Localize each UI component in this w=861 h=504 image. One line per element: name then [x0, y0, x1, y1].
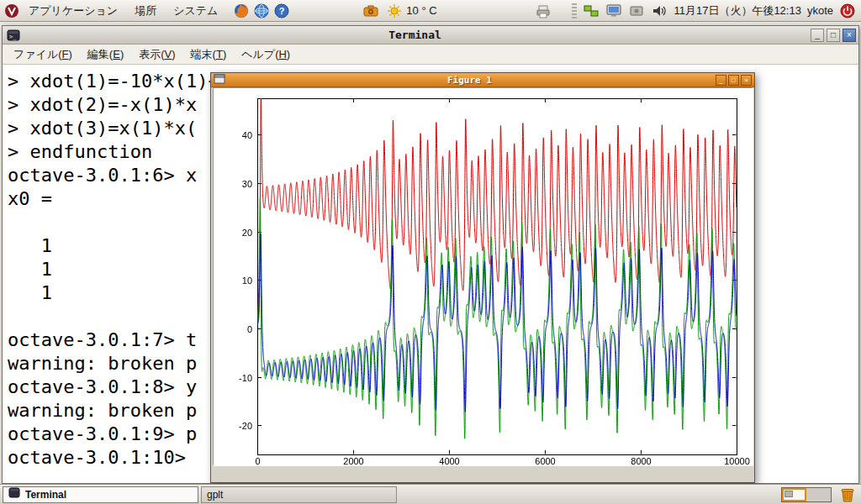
panel-right-applets: 11月17日（火）午後12:13 ykote	[572, 3, 858, 19]
trash-applet-icon[interactable]	[838, 486, 857, 502]
firefox-launcher-icon[interactable]	[233, 3, 250, 19]
svg-text:?: ?	[279, 6, 285, 16]
display-applet-icon[interactable]	[605, 3, 622, 19]
figure-window-title: Figure 1	[225, 75, 714, 86]
panel-grip[interactable]	[572, 3, 577, 18]
terminal-close-button[interactable]: ×	[843, 29, 856, 42]
help-launcher-icon[interactable]: ?	[273, 3, 290, 19]
figure-app-icon	[214, 72, 225, 87]
top-panel: アプリケーション 場所 システム ? 10 ° C 11月17日（火）午後12:…	[0, 0, 861, 22]
terminal-app-icon: >_	[5, 27, 22, 44]
weather-sun-icon[interactable]	[386, 3, 403, 19]
figure-close-button[interactable]: ×	[741, 75, 752, 86]
figure-statusbar: 10201.4, 23.1882	[213, 466, 753, 481]
workspace-1[interactable]	[782, 488, 806, 501]
taskbar-button-gplt[interactable]: gplt	[201, 486, 397, 503]
clock[interactable]: 11月17日（火）午後12:13	[673, 3, 801, 18]
terminal-menu-4[interactable]: ヘルプ(H)	[234, 47, 298, 62]
workspace-switcher	[781, 487, 832, 502]
web-globe-launcher-icon[interactable]	[253, 3, 270, 19]
terminal-maximize-button[interactable]: □	[827, 29, 840, 42]
terminal-task-icon	[8, 487, 20, 501]
svg-text:>_: >_	[9, 34, 17, 40]
distro-menu-icon[interactable]	[3, 3, 20, 19]
terminal-window-title: Terminal	[22, 29, 808, 41]
workspace-2[interactable]	[806, 488, 831, 501]
terminal-menu-3[interactable]: 端末(T)	[183, 47, 235, 62]
disk-applet-icon[interactable]	[628, 3, 645, 19]
volume-applet-icon[interactable]	[651, 3, 668, 19]
menu-places[interactable]: 場所	[126, 0, 165, 22]
menu-applications[interactable]: アプリケーション	[20, 0, 126, 22]
figure-window: Figure 1 _ □ × 10201.4, 23.1882	[210, 72, 755, 483]
terminal-menu-0[interactable]: ファイル(F)	[6, 47, 80, 62]
figure-titlebar[interactable]: Figure 1 _ □ ×	[211, 73, 754, 87]
terminal-menu-1[interactable]: 編集(E)	[80, 47, 131, 62]
figure-minimize-button[interactable]: _	[716, 75, 726, 86]
panel-menus: アプリケーション 場所 システム	[20, 0, 226, 21]
workspace-window-thumb	[784, 491, 793, 497]
screenshot-applet-icon[interactable]	[362, 3, 379, 19]
taskbar: Terminal gplt	[0, 484, 861, 504]
figure-plot-area	[213, 87, 753, 465]
weather-temperature[interactable]: 10 ° C	[406, 4, 436, 17]
network-applet-icon[interactable]	[583, 3, 600, 19]
figure-maximize-button[interactable]: □	[728, 75, 739, 86]
terminal-titlebar[interactable]: >_ Terminal _ □ ×	[3, 26, 858, 45]
printer-applet-icon[interactable]	[535, 3, 552, 19]
user-switcher[interactable]: ykote	[807, 4, 833, 17]
logout-power-icon[interactable]	[839, 3, 856, 19]
taskbar-button-terminal-label: Terminal	[25, 489, 66, 501]
terminal-menubar: ファイル(F)編集(E)表示(V)端末(T)ヘルプ(H)	[3, 45, 858, 65]
taskbar-button-gplt-label: gplt	[207, 489, 223, 501]
terminal-minimize-button[interactable]: _	[811, 29, 824, 42]
figure-canvas[interactable]	[214, 88, 753, 466]
menu-system[interactable]: システム	[165, 0, 226, 22]
terminal-menu-2[interactable]: 表示(V)	[131, 47, 182, 62]
taskbar-button-terminal[interactable]: Terminal	[3, 486, 198, 503]
